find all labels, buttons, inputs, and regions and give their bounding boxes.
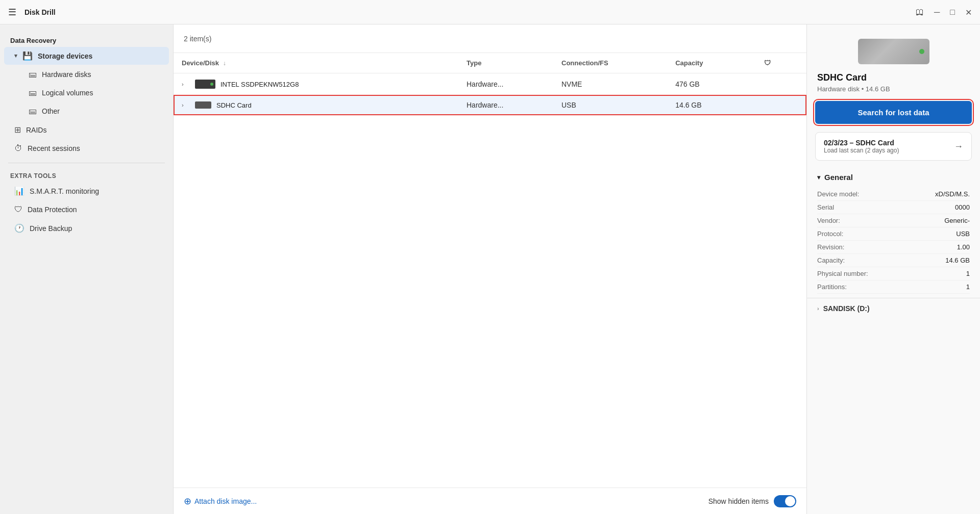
last-scan-card[interactable]: 02/3/23 – SDHC Card Load last scan (2 da… (815, 132, 972, 161)
content-header: 2 item(s) (174, 24, 806, 53)
partitions-label: Partitions: (817, 283, 847, 291)
table-header-row: Device/Disk ↓ Type Connection/FS Capacit… (174, 53, 806, 73)
general-row-vendor: Vendor: Generic- (817, 214, 970, 227)
show-hidden-label: Show hidden items (708, 497, 769, 505)
action-cell-intel (756, 73, 806, 95)
sidebar-item-logical-volumes[interactable]: 🖴 Logical volumes (4, 84, 169, 101)
general-row-serial: Serial 0000 (817, 201, 970, 214)
general-section-title: General (824, 173, 853, 182)
storage-devices-label: Storage devices (38, 52, 92, 60)
minimize-button[interactable]: ─ (934, 8, 940, 17)
device-status-dot (210, 83, 213, 86)
device-image-area (807, 24, 980, 72)
sidebar-item-raids[interactable]: ⊞ RAIDs (4, 121, 169, 139)
plus-icon: ⊕ (184, 496, 191, 507)
sidebar-item-hardware-disks[interactable]: 🖴 Hardware disks (4, 66, 169, 83)
toggle-knob (785, 496, 795, 506)
storage-icon: 💾 (22, 51, 33, 61)
sandisk-section-header[interactable]: › SANDISK (D:) (817, 304, 970, 313)
col-header-capacity[interactable]: Capacity (667, 53, 756, 73)
general-row-physical-number: Physical number: 1 (817, 267, 970, 280)
capacity-cell-intel: 476 GB (667, 73, 756, 95)
general-row-protocol: Protocol: USB (817, 227, 970, 241)
sidebar-item-recent-sessions[interactable]: ⏱ Recent sessions (4, 140, 169, 157)
sandisk-section: › SANDISK (D:) (807, 298, 980, 319)
general-row-capacity: Capacity: 14.6 GB (817, 254, 970, 267)
recent-sessions-label: Recent sessions (28, 144, 80, 152)
maximize-button[interactable]: □ (950, 8, 955, 17)
show-hidden-control: Show hidden items (708, 495, 796, 507)
scan-subtitle: Load last scan (2 days ago) (824, 147, 899, 154)
hamburger-icon: ☰ (8, 7, 16, 18)
last-scan-arrow-icon: → (954, 141, 963, 152)
protocol-label: Protocol: (817, 230, 843, 238)
ssd-icon (195, 80, 215, 89)
item-count: 2 item(s) (184, 35, 211, 43)
expand-icon[interactable]: › (182, 81, 190, 87)
backup-icon: 🕐 (14, 223, 24, 233)
title-bar-menu[interactable]: ☰ Disk Drill (8, 7, 56, 18)
raids-label: RAIDs (26, 126, 46, 134)
sort-arrow-icon: ↓ (223, 60, 226, 67)
action-cell-sdhc (756, 95, 806, 115)
search-lost-data-button[interactable]: Search for lost data (815, 101, 972, 124)
vendor-label: Vendor: (817, 217, 840, 224)
content-area: 2 item(s) Device/Disk ↓ Type Connect (174, 24, 806, 514)
sidebar-item-smart-monitoring[interactable]: 📊 S.M.A.R.T. monitoring (4, 182, 169, 200)
app-title: Disk Drill (24, 8, 56, 16)
hdd-icon: 🖴 (29, 70, 37, 79)
logical-volumes-label: Logical volumes (42, 89, 93, 97)
col-header-device[interactable]: Device/Disk ↓ (174, 53, 458, 73)
drive-backup-label: Drive Backup (30, 224, 72, 233)
vendor-value: Generic- (944, 217, 970, 224)
capacity-cell-sdhc: 14.6 GB (667, 95, 756, 115)
table-row[interactable]: › INTEL SSDPEKNW512G8 Hardware... NVME 4… (174, 73, 806, 95)
sidebar-item-drive-backup[interactable]: 🕐 Drive Backup (4, 219, 169, 237)
right-panel-device-title: SDHC Card (807, 72, 980, 85)
other-label: Other (42, 107, 60, 115)
show-hidden-toggle[interactable] (774, 495, 796, 507)
sidebar-item-data-protection[interactable]: 🛡 Data Protection (4, 201, 169, 218)
other-icon: 🖴 (29, 107, 37, 116)
table-row[interactable]: › SDHC Card Hardware... USB 14.6 GB (174, 95, 806, 115)
logical-vol-icon: 🖴 (29, 88, 37, 97)
sidebar-item-storage-devices[interactable]: ▾ 💾 Storage devices (4, 47, 169, 65)
sidebar-item-other[interactable]: 🖴 Other (4, 102, 169, 120)
model-value: xD/SD/M.S. (935, 190, 970, 198)
sidebar: Data Recovery ▾ 💾 Storage devices 🖴 Hard… (0, 24, 174, 514)
general-row-partitions: Partitions: 1 (817, 280, 970, 294)
connection-cell-intel: NVME (553, 73, 667, 95)
smart-icon: 📊 (14, 186, 24, 196)
protocol-value: USB (956, 230, 970, 238)
right-panel: SDHC Card Hardware disk • 14.6 GB Search… (806, 24, 980, 514)
attach-disk-link[interactable]: ⊕ Attach disk image... (184, 496, 257, 507)
sidebar-divider (8, 163, 165, 163)
right-panel-device-subtitle: Hardware disk • 14.6 GB (807, 85, 980, 101)
sandisk-label: SANDISK (D:) (823, 304, 870, 313)
chevron-right-icon: › (817, 305, 819, 312)
physical-number-value: 1 (966, 270, 970, 277)
general-section-header[interactable]: ▾ General (817, 173, 970, 182)
title-bar: ☰ Disk Drill 🕮 ─ □ ✕ (0, 0, 980, 24)
general-section: ▾ General Device model: xD/SD/M.S. Seria… (807, 169, 980, 298)
model-label: Device model: (817, 190, 859, 198)
col-header-action: 🛡 (756, 53, 806, 73)
book-icon[interactable]: 🕮 (916, 8, 924, 17)
serial-value: 0000 (955, 203, 970, 211)
title-bar-controls: 🕮 ─ □ ✕ (916, 7, 972, 17)
smart-monitoring-label: S.M.A.R.T. monitoring (30, 187, 99, 195)
raid-icon: ⊞ (14, 125, 21, 135)
col-header-connection[interactable]: Connection/FS (553, 53, 667, 73)
scan-date: 02/3/23 – SDHC Card (824, 139, 899, 147)
col-header-type[interactable]: Type (458, 53, 553, 73)
type-cell-intel: Hardware... (458, 73, 553, 95)
expand-icon[interactable]: › (182, 102, 190, 108)
device-name-sdhc: SDHC Card (216, 101, 252, 109)
revision-value: 1.00 (957, 243, 970, 251)
physical-number-label: Physical number: (817, 270, 868, 277)
extra-tools-label: Extra tools (0, 168, 173, 182)
general-row-model: Device model: xD/SD/M.S. (817, 188, 970, 201)
content-footer: ⊕ Attach disk image... Show hidden items (174, 487, 806, 514)
close-button[interactable]: ✕ (965, 7, 972, 17)
device-cell-intel: › INTEL SSDPEKNW512G8 (174, 73, 458, 95)
